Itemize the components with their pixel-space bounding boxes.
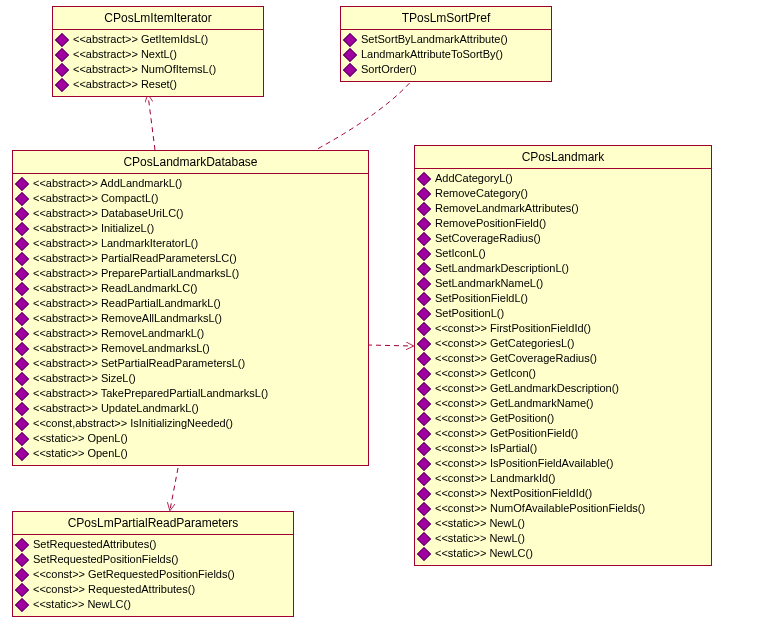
method-row: <<abstract>> RemoveAllLandmarksL() — [17, 311, 364, 326]
diamond-icon — [417, 351, 431, 365]
method-row: <<static>> NewLC() — [17, 597, 289, 612]
diamond-icon — [15, 206, 29, 220]
class-sortpref[interactable]: TPosLmSortPref SetSortByLandmarkAttribut… — [340, 6, 552, 82]
method-row: LandmarkAttributeToSortBy() — [345, 47, 547, 62]
diamond-icon — [417, 246, 431, 260]
diamond-icon — [15, 251, 29, 265]
method-row: SortOrder() — [345, 62, 547, 77]
class-iterator[interactable]: CPosLmItemIterator <<abstract>> GetItemI… — [52, 6, 264, 97]
method-row: <<const,abstract>> IsInitializingNeeded(… — [17, 416, 364, 431]
method-row: SetCoverageRadius() — [419, 231, 707, 246]
method-label: <<abstract>> ReadPartialLandmarkL() — [33, 296, 221, 311]
method-row: <<const>> NextPositionFieldId() — [419, 486, 707, 501]
method-row: <<abstract>> PartialReadParametersLC() — [17, 251, 364, 266]
method-label: <<const>> GetRequestedPositionFields() — [33, 567, 235, 582]
diamond-icon — [417, 306, 431, 320]
diamond-icon — [15, 221, 29, 235]
diamond-icon — [417, 486, 431, 500]
method-row: <<abstract>> DatabaseUriLC() — [17, 206, 364, 221]
method-label: <<const>> IsPartial() — [435, 441, 537, 456]
method-label: SetRequestedAttributes() — [33, 537, 157, 552]
diamond-icon — [15, 311, 29, 325]
method-label: <<abstract>> RemoveAllLandmarksL() — [33, 311, 222, 326]
method-label: <<static>> OpenL() — [33, 446, 128, 461]
diamond-icon — [417, 261, 431, 275]
method-row: <<abstract>> RemoveLandmarksL() — [17, 341, 364, 356]
method-label: SetSortByLandmarkAttribute() — [361, 32, 508, 47]
method-label: <<abstract>> DatabaseUriLC() — [33, 206, 183, 221]
method-row: SetPositionL() — [419, 306, 707, 321]
diamond-icon — [15, 537, 29, 551]
class-landmark[interactable]: CPosLandmark AddCategoryL()RemoveCategor… — [414, 145, 712, 566]
diamond-icon — [417, 471, 431, 485]
class-partialread[interactable]: CPosLmPartialReadParameters SetRequested… — [12, 511, 294, 617]
method-row: SetIconL() — [419, 246, 707, 261]
method-row: <<abstract>> ReadLandmarkLC() — [17, 281, 364, 296]
method-row: <<const>> GetCategoriesL() — [419, 336, 707, 351]
method-row: <<const>> GetRequestedPositionFields() — [17, 567, 289, 582]
method-label: <<const>> RequestedAttributes() — [33, 582, 195, 597]
diamond-icon — [417, 441, 431, 455]
method-row: SetRequestedPositionFields() — [17, 552, 289, 567]
diamond-icon — [343, 62, 357, 76]
method-row: <<static>> NewLC() — [419, 546, 707, 561]
class-title: CPosLandmarkDatabase — [13, 151, 368, 174]
class-database[interactable]: CPosLandmarkDatabase <<abstract>> AddLan… — [12, 150, 369, 466]
method-row: <<abstract>> LandmarkIteratorL() — [17, 236, 364, 251]
diamond-icon — [417, 531, 431, 545]
method-label: <<static>> NewLC() — [33, 597, 131, 612]
method-label: <<abstract>> PartialReadParametersLC() — [33, 251, 237, 266]
method-row: SetPositionFieldL() — [419, 291, 707, 306]
diamond-icon — [417, 321, 431, 335]
method-list: SetSortByLandmarkAttribute()LandmarkAttr… — [341, 30, 551, 81]
method-label: <<static>> OpenL() — [33, 431, 128, 446]
method-list: AddCategoryL()RemoveCategory()RemoveLand… — [415, 169, 711, 565]
method-row: <<const>> GetPosition() — [419, 411, 707, 426]
method-label: LandmarkAttributeToSortBy() — [361, 47, 503, 62]
method-label: <<static>> NewL() — [435, 516, 525, 531]
method-label: <<static>> NewLC() — [435, 546, 533, 561]
method-label: <<const>> NextPositionFieldId() — [435, 486, 592, 501]
method-row: SetLandmarkNameL() — [419, 276, 707, 291]
method-label: <<const>> GetPositionField() — [435, 426, 578, 441]
dep-db-to-iterator — [148, 95, 155, 150]
method-label: <<const>> IsPositionFieldAvailable() — [435, 456, 613, 471]
diamond-icon — [55, 77, 69, 91]
diamond-icon — [417, 426, 431, 440]
dep-db-to-partialread — [170, 468, 178, 510]
diamond-icon — [15, 191, 29, 205]
diamond-icon — [55, 32, 69, 46]
diamond-icon — [417, 456, 431, 470]
diamond-icon — [417, 501, 431, 515]
diamond-icon — [417, 396, 431, 410]
diamond-icon — [417, 171, 431, 185]
diamond-icon — [15, 281, 29, 295]
method-label: <<static>> NewL() — [435, 531, 525, 546]
diamond-icon — [417, 291, 431, 305]
method-row: <<abstract>> CompactL() — [17, 191, 364, 206]
diamond-icon — [417, 216, 431, 230]
method-row: SetSortByLandmarkAttribute() — [345, 32, 547, 47]
method-row: <<abstract>> InitializeL() — [17, 221, 364, 236]
method-row: <<const>> GetPositionField() — [419, 426, 707, 441]
method-row: <<const>> IsPartial() — [419, 441, 707, 456]
class-title: CPosLandmark — [415, 146, 711, 169]
method-label: <<const>> FirstPositionFieldId() — [435, 321, 591, 336]
method-label: <<abstract>> Reset() — [73, 77, 177, 92]
method-label: SetCoverageRadius() — [435, 231, 541, 246]
method-row: <<abstract>> SizeL() — [17, 371, 364, 386]
method-label: <<const>> GetCategoriesL() — [435, 336, 574, 351]
method-label: <<abstract>> SetPartialReadParametersL() — [33, 356, 245, 371]
method-label: SetIconL() — [435, 246, 486, 261]
method-row: SetRequestedAttributes() — [17, 537, 289, 552]
method-label: RemovePositionField() — [435, 216, 546, 231]
method-label: <<const>> GetCoverageRadius() — [435, 351, 597, 366]
method-row: SetLandmarkDescriptionL() — [419, 261, 707, 276]
diamond-icon — [15, 552, 29, 566]
method-row: <<abstract>> ReadPartialLandmarkL() — [17, 296, 364, 311]
diamond-icon — [417, 366, 431, 380]
method-row: <<abstract>> PreparePartialLandmarksL() — [17, 266, 364, 281]
method-row: <<const>> GetLandmarkName() — [419, 396, 707, 411]
method-label: <<abstract>> SizeL() — [33, 371, 136, 386]
method-list: <<abstract>> AddLandmarkL()<<abstract>> … — [13, 174, 368, 465]
